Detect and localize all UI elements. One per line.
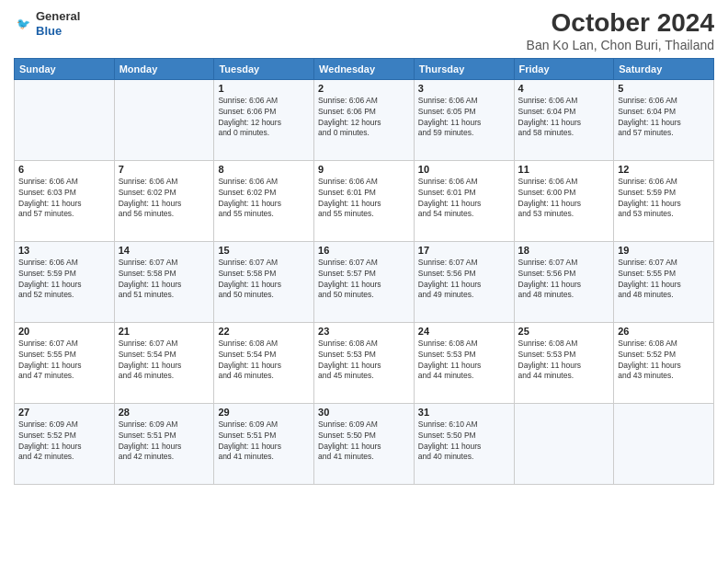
day-number: 13 <box>18 245 110 256</box>
calendar-table: SundayMondayTuesdayWednesdayThursdayFrid… <box>14 58 714 485</box>
day-number: 4 <box>518 83 610 94</box>
day-info: Sunrise: 6:06 AMSunset: 5:59 PMDaylight:… <box>18 258 110 302</box>
calendar-cell: 13Sunrise: 6:06 AMSunset: 5:59 PMDayligh… <box>15 241 115 322</box>
day-info: Sunrise: 6:08 AMSunset: 5:53 PMDaylight:… <box>518 339 610 383</box>
day-info: Sunrise: 6:08 AMSunset: 5:54 PMDaylight:… <box>218 339 310 383</box>
day-info: Sunrise: 6:06 AMSunset: 6:06 PMDaylight:… <box>318 96 410 140</box>
day-info: Sunrise: 6:06 AMSunset: 6:01 PMDaylight:… <box>318 177 410 221</box>
day-info: Sunrise: 6:07 AMSunset: 5:54 PMDaylight:… <box>119 339 210 383</box>
day-number: 8 <box>218 164 310 175</box>
day-info: Sunrise: 6:08 AMSunset: 5:52 PMDaylight:… <box>618 339 710 383</box>
calendar-cell: 20Sunrise: 6:07 AMSunset: 5:55 PMDayligh… <box>15 322 115 403</box>
calendar-cell <box>614 403 714 484</box>
day-number: 2 <box>318 83 410 94</box>
day-number: 22 <box>218 326 310 337</box>
calendar-cell: 21Sunrise: 6:07 AMSunset: 5:54 PMDayligh… <box>114 322 214 403</box>
day-info: Sunrise: 6:06 AMSunset: 6:02 PMDaylight:… <box>119 177 210 221</box>
logo-text: General Blue <box>36 9 80 38</box>
header-cell-thursday: Thursday <box>414 58 514 79</box>
calendar-cell: 4Sunrise: 6:06 AMSunset: 6:04 PMDaylight… <box>514 79 614 160</box>
day-info: Sunrise: 6:08 AMSunset: 5:53 PMDaylight:… <box>418 339 510 383</box>
day-number: 18 <box>518 245 610 256</box>
calendar-header: SundayMondayTuesdayWednesdayThursdayFrid… <box>15 58 714 79</box>
day-info: Sunrise: 6:10 AMSunset: 5:50 PMDaylight:… <box>418 419 510 464</box>
logo: 🐦 General Blue <box>14 9 80 38</box>
day-number: 20 <box>18 326 110 337</box>
header-cell-wednesday: Wednesday <box>314 58 415 79</box>
calendar-cell: 22Sunrise: 6:08 AMSunset: 5:54 PMDayligh… <box>214 322 314 403</box>
week-row-3: 13Sunrise: 6:06 AMSunset: 5:59 PMDayligh… <box>15 241 714 322</box>
day-info: Sunrise: 6:07 AMSunset: 5:56 PMDaylight:… <box>518 258 610 302</box>
day-number: 29 <box>218 407 310 418</box>
calendar-cell: 2Sunrise: 6:06 AMSunset: 6:06 PMDaylight… <box>314 79 415 160</box>
day-info: Sunrise: 6:08 AMSunset: 5:53 PMDaylight:… <box>318 339 410 383</box>
day-info: Sunrise: 6:07 AMSunset: 5:57 PMDaylight:… <box>318 258 410 302</box>
page: 🐦 General Blue October 2024 Ban Ko Lan, … <box>0 0 728 563</box>
day-number: 10 <box>418 164 510 175</box>
week-row-2: 6Sunrise: 6:06 AMSunset: 6:03 PMDaylight… <box>15 160 714 241</box>
day-info: Sunrise: 6:07 AMSunset: 5:58 PMDaylight:… <box>218 258 310 302</box>
day-info: Sunrise: 6:07 AMSunset: 5:55 PMDaylight:… <box>618 258 710 302</box>
week-row-4: 20Sunrise: 6:07 AMSunset: 5:55 PMDayligh… <box>15 322 714 403</box>
day-info: Sunrise: 6:06 AMSunset: 6:05 PMDaylight:… <box>418 96 510 140</box>
week-row-1: 1Sunrise: 6:06 AMSunset: 6:06 PMDaylight… <box>15 79 714 160</box>
calendar-cell <box>15 79 115 160</box>
day-number: 26 <box>618 326 710 337</box>
day-info: Sunrise: 6:09 AMSunset: 5:51 PMDaylight:… <box>218 419 310 464</box>
header: 🐦 General Blue October 2024 Ban Ko Lan, … <box>14 9 714 52</box>
calendar-cell: 18Sunrise: 6:07 AMSunset: 5:56 PMDayligh… <box>514 241 614 322</box>
day-number: 5 <box>618 83 710 94</box>
day-number: 17 <box>418 245 510 256</box>
calendar-cell: 31Sunrise: 6:10 AMSunset: 5:50 PMDayligh… <box>414 403 514 484</box>
day-info: Sunrise: 6:06 AMSunset: 6:01 PMDaylight:… <box>418 177 510 221</box>
calendar-cell: 15Sunrise: 6:07 AMSunset: 5:58 PMDayligh… <box>214 241 314 322</box>
calendar-cell: 29Sunrise: 6:09 AMSunset: 5:51 PMDayligh… <box>214 403 314 484</box>
calendar-cell: 23Sunrise: 6:08 AMSunset: 5:53 PMDayligh… <box>314 322 415 403</box>
day-number: 16 <box>318 245 410 256</box>
day-number: 1 <box>218 83 310 94</box>
logo-general: General <box>36 9 80 23</box>
day-info: Sunrise: 6:07 AMSunset: 5:55 PMDaylight:… <box>18 339 110 383</box>
day-number: 21 <box>119 326 210 337</box>
calendar-cell: 19Sunrise: 6:07 AMSunset: 5:55 PMDayligh… <box>614 241 714 322</box>
day-info: Sunrise: 6:06 AMSunset: 6:02 PMDaylight:… <box>218 177 310 221</box>
header-cell-saturday: Saturday <box>614 58 714 79</box>
day-info: Sunrise: 6:07 AMSunset: 5:56 PMDaylight:… <box>418 258 510 302</box>
calendar-cell: 26Sunrise: 6:08 AMSunset: 5:52 PMDayligh… <box>614 322 714 403</box>
day-info: Sunrise: 6:06 AMSunset: 6:06 PMDaylight:… <box>218 96 310 140</box>
header-cell-sunday: Sunday <box>15 58 115 79</box>
day-number: 28 <box>119 407 210 418</box>
calendar-cell: 6Sunrise: 6:06 AMSunset: 6:03 PMDaylight… <box>15 160 115 241</box>
logo-blue: Blue <box>36 24 62 38</box>
calendar-title: October 2024 <box>527 9 714 38</box>
header-row: SundayMondayTuesdayWednesdayThursdayFrid… <box>15 58 714 79</box>
calendar-cell: 12Sunrise: 6:06 AMSunset: 5:59 PMDayligh… <box>614 160 714 241</box>
header-cell-tuesday: Tuesday <box>214 58 314 79</box>
day-info: Sunrise: 6:06 AMSunset: 6:04 PMDaylight:… <box>518 96 610 140</box>
day-number: 14 <box>119 245 210 256</box>
calendar-cell: 16Sunrise: 6:07 AMSunset: 5:57 PMDayligh… <box>314 241 415 322</box>
calendar-cell: 17Sunrise: 6:07 AMSunset: 5:56 PMDayligh… <box>414 241 514 322</box>
day-info: Sunrise: 6:09 AMSunset: 5:51 PMDaylight:… <box>119 419 210 464</box>
calendar-cell <box>114 79 214 160</box>
calendar-cell: 10Sunrise: 6:06 AMSunset: 6:01 PMDayligh… <box>414 160 514 241</box>
day-number: 15 <box>218 245 310 256</box>
day-number: 25 <box>518 326 610 337</box>
day-number: 27 <box>18 407 110 418</box>
calendar-cell: 27Sunrise: 6:09 AMSunset: 5:52 PMDayligh… <box>15 403 115 484</box>
calendar-cell: 25Sunrise: 6:08 AMSunset: 5:53 PMDayligh… <box>514 322 614 403</box>
day-number: 24 <box>418 326 510 337</box>
day-info: Sunrise: 6:06 AMSunset: 6:00 PMDaylight:… <box>518 177 610 221</box>
day-info: Sunrise: 6:06 AMSunset: 5:59 PMDaylight:… <box>618 177 710 221</box>
day-number: 12 <box>618 164 710 175</box>
calendar-cell: 1Sunrise: 6:06 AMSunset: 6:06 PMDaylight… <box>214 79 314 160</box>
svg-text:🐦: 🐦 <box>17 17 31 30</box>
calendar-cell: 7Sunrise: 6:06 AMSunset: 6:02 PMDaylight… <box>114 160 214 241</box>
day-number: 31 <box>418 407 510 418</box>
calendar-body: 1Sunrise: 6:06 AMSunset: 6:06 PMDaylight… <box>15 79 714 484</box>
day-number: 9 <box>318 164 410 175</box>
week-row-5: 27Sunrise: 6:09 AMSunset: 5:52 PMDayligh… <box>15 403 714 484</box>
calendar-cell: 14Sunrise: 6:07 AMSunset: 5:58 PMDayligh… <box>114 241 214 322</box>
calendar-cell: 30Sunrise: 6:09 AMSunset: 5:50 PMDayligh… <box>314 403 415 484</box>
day-number: 11 <box>518 164 610 175</box>
